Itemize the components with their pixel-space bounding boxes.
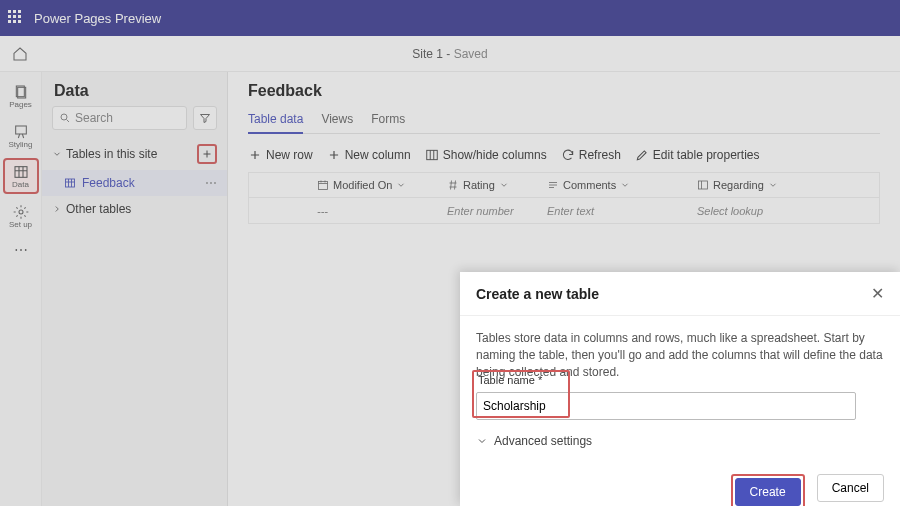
create-table-dialog: Create a new table ✕ Tables store data i… xyxy=(460,272,900,506)
main-content: Feedback Table data Views Forms New row … xyxy=(228,72,900,506)
close-icon[interactable]: ✕ xyxy=(871,284,884,303)
modal-backdrop-top xyxy=(0,0,900,72)
table-name-input-wrapper xyxy=(476,392,856,420)
advanced-settings-toggle[interactable]: Advanced settings xyxy=(476,434,884,448)
cancel-button[interactable]: Cancel xyxy=(817,474,884,502)
table-name-input[interactable] xyxy=(483,399,849,413)
advanced-settings-label: Advanced settings xyxy=(494,434,592,448)
dialog-description: Tables store data in columns and rows, m… xyxy=(476,330,884,380)
highlight-create: Create xyxy=(731,474,805,506)
table-name-label: Table name * xyxy=(478,374,542,386)
create-button[interactable]: Create xyxy=(735,478,801,506)
modal-backdrop-side xyxy=(0,72,228,506)
chevron-down-icon xyxy=(476,435,488,447)
dialog-title: Create a new table xyxy=(476,286,599,302)
